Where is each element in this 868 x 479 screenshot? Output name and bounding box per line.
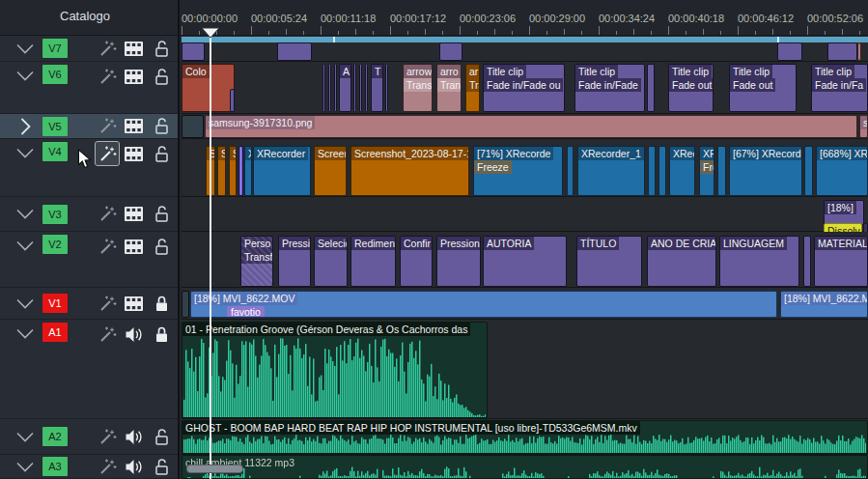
clip[interactable]: XRecorder [253,146,311,196]
playhead-marker[interactable] [201,27,220,39]
track-header-a1[interactable]: A1 [0,320,178,419]
clip[interactable] [182,42,205,61]
clip[interactable]: XRFre [699,146,714,196]
clip[interactable]: [18%] [824,200,864,225]
clip[interactable]: ANO DE CRIA [647,236,716,287]
clip[interactable]: AUTORIA [483,236,567,287]
track-lane-v4[interactable]: SSSXXRecorderScreenScreenshot_2023-08-17… [182,139,868,197]
clip[interactable]: [71%] XRecordeFreeze [473,146,563,196]
chevron-down-icon[interactable] [14,38,37,59]
clip[interactable] [647,64,655,112]
track-lane-v5[interactable]: samsung-3917310.pngs [182,114,868,139]
chevron-down-icon[interactable] [14,293,37,314]
film-icon[interactable] [122,115,145,138]
playhead-line[interactable] [210,28,211,479]
track-header-v5[interactable]: V5 [0,114,178,139]
track-header-v6[interactable]: V6 [0,62,178,114]
clip[interactable]: MATERIAL [814,236,868,287]
clip[interactable]: Screen [314,146,347,196]
track-lane-a3[interactable]: chill ambient 11322 mp3 [182,455,868,479]
lock-open-icon[interactable] [150,455,173,478]
clip[interactable]: Title clipFade in/Fade [574,64,645,112]
effects-wand-icon[interactable] [96,37,119,60]
chevron-down-icon[interactable] [14,142,37,163]
track-header-v7[interactable]: V7 [0,36,178,62]
clip[interactable]: Title clipFade out [668,64,714,112]
clip[interactable] [277,42,312,61]
clip[interactable]: XRecorder_1 [577,146,645,196]
clip[interactable] [182,291,189,318]
clip[interactable]: T [371,64,383,112]
track-badge-v6[interactable]: V6 [42,65,68,84]
speaker-icon[interactable] [122,425,145,448]
clip[interactable]: 01 - Penetration Groove (Gérson Deveras … [182,322,488,418]
track-lane-a1[interactable]: 01 - Penetration Groove (Gérson Deveras … [182,320,868,419]
lock-open-icon[interactable] [150,65,173,88]
clip[interactable]: Redimen [350,236,396,287]
chevron-down-icon[interactable] [14,426,37,447]
effects-wand-icon[interactable] [96,235,119,258]
film-icon[interactable] [122,65,145,88]
clip[interactable] [439,42,462,61]
clip[interactable]: S [217,146,226,196]
timeline-ruler[interactable]: 00:00:00:0000:00:05:2400:00:11:1800:00:1… [180,0,868,36]
clip[interactable]: Title clipFade out [729,64,797,112]
clip[interactable]: chill ambient 11322 mp3 [182,455,868,479]
effects-wand-icon[interactable] [96,455,119,478]
clip[interactable] [359,64,362,112]
clip[interactable]: [18%] MVI_8622.MOVfavotio [190,291,777,318]
clip[interactable]: Pressi [278,236,311,287]
track-badge-a2[interactable]: A2 [42,427,68,446]
clip[interactable] [385,64,388,112]
film-icon[interactable] [122,37,145,60]
clip[interactable] [567,146,574,196]
lock-open-icon[interactable] [150,235,173,258]
clip[interactable] [658,146,666,196]
clip[interactable]: Title clipFade in/Fa [811,64,868,112]
chevron-down-icon[interactable] [14,456,37,477]
clip[interactable] [353,64,356,112]
track-badge-v1[interactable]: V1 [42,294,68,313]
clip[interactable]: samsung-3917310.png [205,115,857,138]
clip[interactable]: Colo [182,64,235,112]
track-lane-v6[interactable]: ColoATarrowTransfarroTransarTraTitle cli… [182,62,868,114]
effects-wand-icon[interactable] [96,292,119,315]
clip[interactable] [777,42,802,61]
chevron-down-icon[interactable] [14,235,37,256]
clip[interactable]: Selecio [314,236,348,287]
panel-title[interactable]: Catalogo [60,9,110,23]
clip[interactable]: Title clipFade in/Fade ou [483,64,565,112]
lock-open-icon[interactable] [150,142,173,165]
track-header-a2[interactable]: A2 [0,419,178,455]
track-badge-v7[interactable]: V7 [42,39,68,58]
track-badge-a1[interactable]: A1 [42,323,68,342]
clip[interactable] [322,64,325,112]
clip[interactable]: A [339,64,351,112]
horizontal-scrollbar-thumb[interactable] [186,465,243,473]
track-lane-v2[interactable]: PersoTransfPressiSelecioRedimenConfirPre… [182,232,868,288]
clip[interactable] [803,236,811,287]
effects-wand-icon[interactable] [96,142,119,165]
clip[interactable] [648,146,656,196]
clip[interactable] [717,146,726,196]
clip[interactable] [804,146,813,196]
clip[interactable] [238,146,243,196]
clip[interactable]: Confir [400,236,433,287]
clip[interactable]: TÍTULO [576,236,642,287]
track-badge-a3[interactable]: A3 [42,457,68,476]
track-badge-v5[interactable]: V5 [42,117,68,136]
track-lane-v3[interactable]: [18%]Dissolvf [182,197,868,232]
lock-open-icon[interactable] [150,37,173,60]
film-icon[interactable] [122,292,145,315]
speaker-icon[interactable] [122,455,145,478]
film-icon[interactable] [122,142,145,165]
clip[interactable] [857,42,861,61]
chevron-down-icon[interactable] [14,204,37,225]
clip[interactable]: [668%] XRe [816,146,868,196]
lock-closed-icon[interactable] [150,323,173,346]
track-header-a3[interactable]: A3 [0,455,178,479]
clip[interactable]: PersoTransf [240,236,273,287]
track-header-v3[interactable]: V3 [0,197,178,232]
clip[interactable]: arroTrans [436,64,462,112]
chevron-right-icon[interactable] [14,116,37,137]
